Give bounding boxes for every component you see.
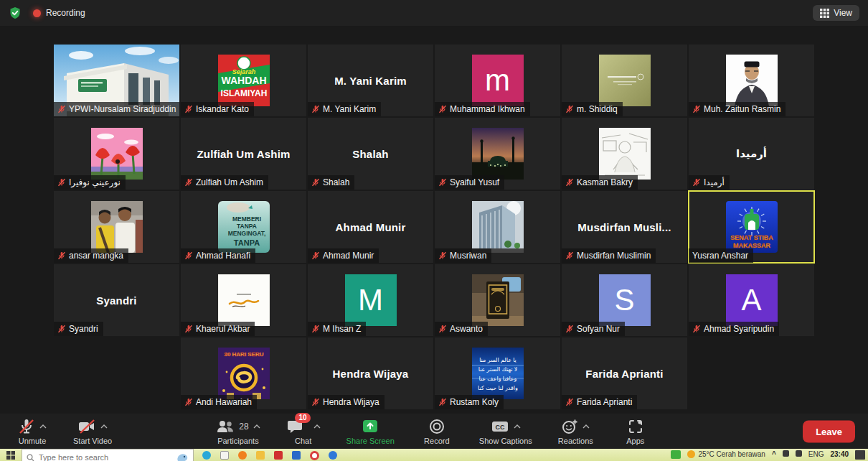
chat-button[interactable]: 10 Chat bbox=[286, 417, 321, 445]
recording-indicator[interactable]: Recording bbox=[33, 8, 85, 18]
participant-name-text: Aswanto bbox=[450, 324, 483, 334]
participant-name-label: Aswanto bbox=[435, 322, 488, 336]
search-input[interactable] bbox=[39, 453, 161, 461]
mic-muted-icon bbox=[311, 105, 320, 113]
participant-name-text: Farida Aprianti bbox=[577, 397, 632, 407]
participant-tile[interactable]: Sejarah WAHDAH ISLAMIYAHIskandar Kato bbox=[181, 45, 306, 116]
mic-muted-icon bbox=[565, 325, 574, 333]
participant-tile[interactable]: ansar mangka bbox=[54, 191, 179, 263]
weather-widget[interactable]: 25°C Cerah berawan bbox=[687, 450, 765, 458]
browser-app-icon[interactable] bbox=[238, 451, 247, 460]
letter-avatar: S bbox=[599, 274, 651, 326]
participant-name-text: Shalah bbox=[323, 177, 349, 187]
view-button[interactable]: View bbox=[813, 5, 859, 21]
participant-tile[interactable]: m. Shiddiq bbox=[562, 45, 687, 116]
participant-name-label: Muh. Zaitun Rasmin bbox=[689, 102, 786, 116]
participant-tile[interactable]: Kasman Bakry bbox=[562, 118, 687, 190]
captions-chevron-icon[interactable] bbox=[514, 424, 521, 429]
share-screen-button[interactable]: Share Screen bbox=[346, 417, 395, 445]
clock[interactable]: 23:40 bbox=[830, 450, 849, 458]
start-button[interactable] bbox=[0, 449, 22, 460]
participant-tile[interactable]: M. Yani KarimM. Yani Karim bbox=[308, 45, 433, 116]
unmute-chevron-icon[interactable] bbox=[39, 424, 47, 429]
leave-button[interactable]: Leave bbox=[803, 420, 855, 442]
notification-center-icon[interactable] bbox=[855, 450, 865, 460]
participant-tile[interactable]: ShalahShalah bbox=[308, 118, 433, 190]
mic-muted-icon bbox=[565, 251, 574, 260]
weather-app-icon[interactable] bbox=[671, 450, 681, 459]
participant-tile[interactable]: mMuhammad Ikhwan bbox=[435, 45, 560, 116]
unmute-label: Unmute bbox=[19, 437, 47, 445]
media-app-icon[interactable] bbox=[310, 451, 319, 460]
participant-tile[interactable]: Aswanto bbox=[435, 264, 560, 336]
svg-text:30 HARI SERU: 30 HARI SERU bbox=[224, 351, 263, 358]
participant-name-label: M. Yani Karim bbox=[308, 102, 381, 116]
video-chevron-icon[interactable] bbox=[100, 424, 108, 429]
mic-muted-icon bbox=[692, 178, 701, 187]
svg-text:MEMBERI: MEMBERI bbox=[232, 215, 260, 223]
participant-tile[interactable]: SENAT STIBAMAKASSARYusran Anshar bbox=[689, 191, 814, 263]
apps-button[interactable]: Apps bbox=[619, 417, 652, 445]
reactions-chevron-icon[interactable] bbox=[582, 424, 590, 429]
mic-muted-icon bbox=[565, 105, 574, 113]
participant-tile[interactable]: AAhmad Syaripudin bbox=[689, 264, 814, 336]
participants-label: Participants bbox=[217, 437, 258, 445]
participant-tile[interactable]: Zulfiah Um AshimZulfiah Um Ashim bbox=[181, 118, 306, 190]
mic-muted-icon bbox=[692, 105, 701, 113]
participant-name-text: Zulfiah Um Ashim bbox=[196, 177, 263, 187]
security-shield-icon[interactable] bbox=[9, 6, 22, 19]
mail-app-icon[interactable] bbox=[274, 451, 283, 460]
participant-name-label: Rustam Koly bbox=[435, 395, 504, 409]
participant-name-label: M Ihsan Z bbox=[308, 322, 366, 336]
participant-tile[interactable]: Musdirfan Musli...Musdirfan Muslimin bbox=[562, 191, 687, 263]
participant-name-text: Muhammad Ikhwan bbox=[450, 104, 525, 114]
letter-avatar: m bbox=[472, 55, 524, 106]
task-view-icon[interactable] bbox=[220, 451, 229, 460]
captions-icon: CC bbox=[491, 418, 509, 435]
start-video-label: Start Video bbox=[73, 437, 112, 445]
participant-name-text: Ahmad Hanafi bbox=[196, 251, 250, 261]
participant-tile[interactable]: نورعيني نوفيرا bbox=[54, 118, 179, 190]
participant-tile[interactable]: Hendra WijayaHendra Wijaya bbox=[308, 337, 433, 409]
participant-name-text: Rustam Koly bbox=[450, 397, 499, 407]
mic-muted-icon bbox=[311, 325, 320, 333]
mic-muted-icon bbox=[184, 251, 193, 260]
show-captions-button[interactable]: CC Show Captions bbox=[479, 417, 532, 445]
participant-name-text: ansar mangka bbox=[69, 251, 123, 261]
participant-tile[interactable]: Syaiful Yusuf bbox=[435, 118, 560, 190]
participant-tile[interactable]: Musriwan bbox=[435, 191, 560, 263]
zoom-app-icon[interactable] bbox=[329, 451, 337, 460]
recording-dot-icon bbox=[33, 9, 41, 17]
participant-tile[interactable]: SSofyan Nur bbox=[562, 264, 687, 336]
participant-name-label: Musriwan bbox=[435, 248, 491, 263]
participant-tile[interactable]: يا عالم السر منالا تهتك الستر عناوعافنا … bbox=[435, 337, 560, 409]
gallery-grid: YPWI-Nursalam Siradjuddin Sejarah WAHDAH… bbox=[54, 45, 814, 409]
participant-tile[interactable]: 30 HARI SERU Andi Hawariah bbox=[181, 337, 306, 409]
record-button[interactable]: Record bbox=[420, 417, 453, 445]
unmute-button[interactable]: Unmute bbox=[16, 417, 49, 445]
file-explorer-icon[interactable] bbox=[256, 451, 265, 460]
volume-icon[interactable] bbox=[783, 450, 789, 457]
participant-tile[interactable]: أرميداأرميدا bbox=[689, 118, 814, 190]
participant-tile[interactable]: MM Ihsan Z bbox=[308, 264, 433, 336]
participants-button[interactable]: 28 Participants bbox=[216, 417, 260, 445]
office-app-icon[interactable] bbox=[292, 451, 301, 460]
participant-tile[interactable]: Ahmad MunirAhmad Munir bbox=[308, 191, 433, 263]
participant-tile[interactable]: SyandriSyandri bbox=[54, 264, 179, 336]
participants-chevron-icon[interactable] bbox=[253, 424, 260, 429]
participant-tile[interactable]: Khaerul Akbar bbox=[181, 264, 306, 336]
participant-name-label: Shalah bbox=[308, 175, 354, 190]
reactions-button[interactable]: Reactions bbox=[558, 417, 593, 445]
mic-muted-icon bbox=[184, 325, 193, 333]
participant-tile[interactable]: MEMBERITANPAMENGINGAT,TANPAAhmad Hanafi bbox=[181, 191, 306, 263]
tray-expand-icon[interactable]: ^ bbox=[772, 450, 776, 458]
participant-tile[interactable]: Farida ApriantiFarida Aprianti bbox=[562, 337, 687, 409]
cortana-icon[interactable] bbox=[202, 451, 211, 460]
participant-tile[interactable]: Muh. Zaitun Rasmin bbox=[689, 45, 814, 116]
taskbar-search[interactable] bbox=[22, 449, 194, 461]
network-icon[interactable] bbox=[796, 450, 802, 457]
participant-tile[interactable]: YPWI-Nursalam Siradjuddin bbox=[54, 45, 179, 116]
start-video-button[interactable]: Start Video bbox=[73, 417, 112, 445]
language-indicator[interactable]: ENG bbox=[808, 450, 824, 458]
chat-chevron-icon[interactable] bbox=[313, 424, 321, 429]
